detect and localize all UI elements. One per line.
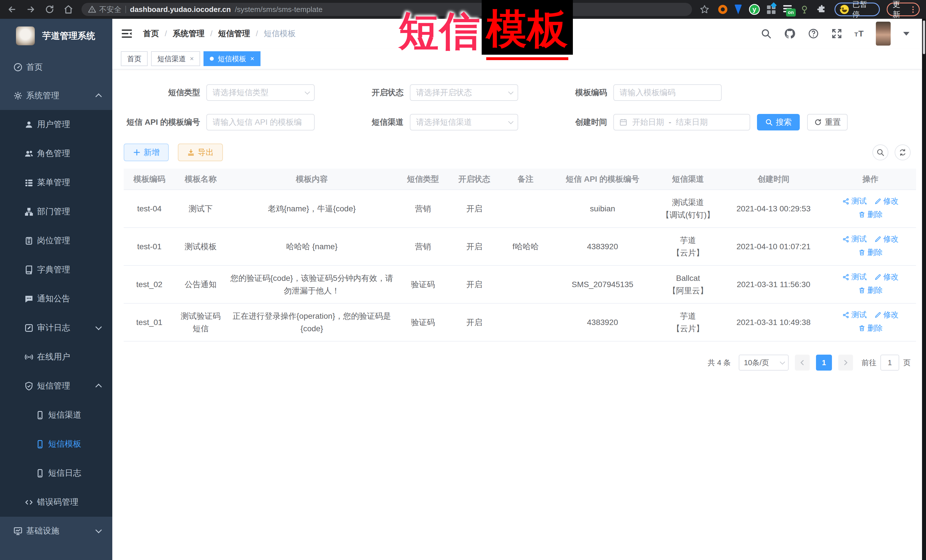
sidebar-item-menus[interactable]: 菜单管理 [0, 168, 112, 197]
sidebar-item-label: 短信日志 [48, 468, 81, 479]
add-button[interactable]: 新增 [124, 143, 169, 161]
browser-menu-icon[interactable] [912, 6, 914, 13]
sidebar-item-system[interactable]: 系统管理 [0, 82, 112, 110]
profile-paused-pill[interactable]: 已暂停 [835, 3, 880, 16]
app-logo-row[interactable]: 芋道管理系统 [0, 19, 112, 53]
sidebar-item-infrastructure[interactable]: 基础设施 [0, 517, 112, 545]
sidebar-fold-icon[interactable] [121, 28, 133, 39]
sidebar-item-sms-log[interactable]: 短信日志 [0, 459, 112, 488]
org-tree-icon [24, 207, 33, 216]
audit-log-icon [24, 323, 33, 333]
sidebar-item-label: 短信渠道 [48, 409, 81, 421]
edit-link[interactable]: 修改 [874, 233, 899, 245]
test-link[interactable]: 测试 [842, 309, 867, 321]
sidebar-item-posts[interactable]: 岗位管理 [0, 226, 112, 255]
col-remark: 备注 [500, 169, 551, 190]
sidebar-item-error-codes[interactable]: 错误码管理 [0, 488, 112, 517]
extensions-puzzle-icon[interactable] [817, 5, 826, 14]
extension-y-icon[interactable]: y [749, 4, 760, 15]
edit-link[interactable]: 修改 [874, 271, 899, 283]
github-icon[interactable] [784, 28, 796, 39]
search-button[interactable]: 搜索 [757, 114, 800, 130]
bookmark-star-icon[interactable] [699, 4, 710, 15]
back-icon[interactable] [6, 4, 18, 15]
toggle-search-icon[interactable] [872, 145, 888, 160]
browser-toolbar: 不安全 dashboard.yudao.iocoder.cn/system/sm… [0, 0, 926, 19]
delete-link[interactable]: 删除 [858, 247, 883, 259]
sidebar-item-roles[interactable]: 角色管理 [0, 139, 112, 168]
delete-link[interactable]: 删除 [858, 209, 883, 221]
sidebar-item-dictionary[interactable]: 字典管理 [0, 255, 112, 284]
sms-type-select[interactable]: 请选择短信类型 [206, 84, 315, 101]
reload-icon[interactable] [44, 4, 55, 15]
prev-page-button[interactable] [795, 355, 810, 371]
sidebar-item-sms-channel[interactable]: 短信渠道 [0, 400, 112, 430]
sidebar-item-label: 岗位管理 [37, 235, 70, 246]
tab-home[interactable]: 首页 [121, 51, 148, 66]
open-status-select[interactable]: 请选择开启状态 [410, 84, 518, 101]
address-bar[interactable]: 不安全 dashboard.yudao.iocoder.cn/system/sm… [82, 3, 692, 16]
home-icon[interactable] [63, 4, 74, 15]
user-avatar[interactable] [876, 22, 891, 45]
extension-grid-icon[interactable] [767, 5, 776, 14]
delete-link[interactable]: 删除 [858, 285, 883, 296]
breadcrumb-current: 短信模板 [264, 28, 295, 39]
sidebar-item-announcements[interactable]: 通知公告 [0, 284, 112, 313]
window-scrollbar[interactable] [922, 19, 926, 560]
avatar-caret-icon[interactable] [903, 32, 909, 36]
phone-icon [35, 411, 45, 420]
extension-pin-icon[interactable] [734, 5, 742, 14]
sidebar-item-users[interactable]: 用户管理 [0, 110, 112, 139]
edit-link[interactable]: 修改 [874, 195, 899, 207]
scrollbar-thumb[interactable] [923, 21, 925, 54]
test-link[interactable]: 测试 [842, 233, 867, 245]
sidebar-item-sms-management[interactable]: 短信管理 [0, 371, 112, 400]
api-template-id-input[interactable] [206, 114, 315, 130]
sidebar-item-departments[interactable]: 部门管理 [0, 197, 112, 226]
search-icon[interactable] [760, 28, 772, 39]
forward-icon[interactable] [25, 4, 36, 15]
help-icon[interactable] [808, 28, 819, 39]
sidebar-item-sms-template[interactable]: 短信模板 [0, 430, 112, 459]
chevron-down-icon [305, 89, 310, 94]
edit-link[interactable]: 修改 [874, 309, 899, 321]
badge-icon [24, 236, 33, 246]
pagination: 共 4 条 10条/页 1 前往 页 [124, 355, 911, 371]
breadcrumb-separator: / [210, 29, 213, 38]
sidebar-item-online-users[interactable]: 在线用户 [0, 343, 112, 371]
page-number-button[interactable]: 1 [816, 355, 832, 371]
page-size-select[interactable]: 10条/页 [739, 355, 788, 371]
fullscreen-icon[interactable] [831, 28, 843, 39]
test-link[interactable]: 测试 [842, 195, 867, 207]
font-size-icon[interactable]: TT [855, 29, 864, 38]
reset-button[interactable]: 重置 [807, 114, 847, 130]
close-icon[interactable]: × [190, 55, 194, 63]
col-api-template-id: 短信 API 的模板编号 [551, 169, 654, 190]
breadcrumb-home[interactable]: 首页 [143, 28, 159, 39]
close-icon[interactable]: × [250, 55, 254, 63]
sms-channel-select[interactable]: 请选择短信渠道 [410, 114, 518, 130]
extension-ring-icon[interactable] [718, 5, 727, 14]
test-link[interactable]: 测试 [842, 271, 867, 283]
tab-sms-template[interactable]: 短信模板× [203, 51, 260, 66]
tab-sms-channel[interactable]: 短信渠道× [151, 51, 200, 66]
sidebar-item-label: 字典管理 [37, 264, 70, 275]
sidebar-item-home[interactable]: 首页 [0, 53, 112, 82]
update-button[interactable]: 更新 [887, 3, 920, 16]
goto-page-input[interactable] [881, 355, 899, 371]
delete-link[interactable]: 删除 [858, 323, 883, 334]
extension-spy-icon[interactable] [800, 5, 810, 14]
next-page-button[interactable] [838, 355, 853, 371]
app-logo [16, 27, 35, 45]
breadcrumb-system[interactable]: 系统管理 [173, 28, 205, 39]
refresh-icon[interactable] [895, 145, 911, 160]
sidebar-item-audit-log[interactable]: 审计日志 [0, 313, 112, 343]
divider [126, 6, 126, 13]
chevron-down-icon [508, 89, 513, 94]
export-button[interactable]: 导出 [178, 143, 223, 161]
breadcrumb-sms[interactable]: 短信管理 [218, 28, 250, 39]
sidebar-item-label: 首页 [26, 62, 43, 73]
create-time-range-picker[interactable]: 开始日期 - 结束日期 [613, 114, 750, 130]
template-code-input[interactable] [613, 84, 722, 101]
extension-list-icon[interactable]: on [783, 5, 793, 14]
